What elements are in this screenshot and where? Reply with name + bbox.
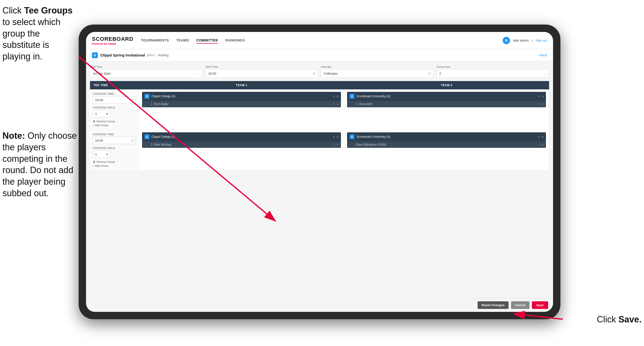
hole-arrows-icon-1: ⇅ xyxy=(106,112,108,115)
nav-user: B blair admin | Sign out xyxy=(503,37,547,44)
team1-arrows-1[interactable]: ⇅ xyxy=(336,95,338,98)
starting-hole-label-2: STARTING HOLE: xyxy=(93,147,136,150)
save-button[interactable]: Save xyxy=(532,301,548,309)
sub-header-title: Clippd Spring Invitational xyxy=(100,53,145,57)
team2-cell-1: B Scoreboard University (A) ✕ ⇅ 1. Rees … xyxy=(344,89,549,130)
nav-committee[interactable]: COMMITTEE xyxy=(196,37,218,44)
team2-cell-2: B Scoreboard University (A) ✕ ⇅ Dave Bil… xyxy=(344,130,549,170)
sub-header: B Clippd Spring Invitational (Men) Hosti… xyxy=(86,49,553,61)
trash-icon-2: 🗑 xyxy=(93,160,96,163)
intervals-input[interactable]: 5 Minutes 🕐 xyxy=(321,69,434,78)
group-row-2: STARTING TIME: 10:05 🕐 STARTING HOLE: 1 … xyxy=(90,130,549,170)
group-actions-1: 🗑 Remove Group + Add Group xyxy=(93,120,136,127)
team1-icon-1: B xyxy=(144,94,150,99)
team2-header-2: B Scoreboard University (A) ✕ ⇅ xyxy=(347,132,546,141)
player-name-2-1: 1. Rees Britt xyxy=(356,102,372,106)
nav-tournaments[interactable]: TOURNAMENTS xyxy=(141,37,169,44)
player-x-1-2[interactable]: ✕ xyxy=(333,143,335,146)
main-content: Start Type 1st Tee Start ⌄ Start Time 10… xyxy=(86,61,553,298)
team2-entry-1[interactable]: B Scoreboard University (A) ✕ ⇅ 1. Rees … xyxy=(347,92,546,107)
team2-entry-2[interactable]: B Scoreboard University (A) ✕ ⇅ Dave Bil… xyxy=(347,132,546,148)
starting-hole-label-1: STARTING HOLE: xyxy=(93,106,136,109)
col-tee-time: Tee Time xyxy=(90,81,139,89)
player-name-1-2: 2. Blair McHarg xyxy=(151,143,171,146)
reset-changes-button[interactable]: Reset Changes xyxy=(478,301,508,309)
team2-name-1: Scoreboard University (A) xyxy=(356,94,536,98)
team2-icon-2: B xyxy=(350,134,354,139)
tablet: SCOREBOARD Powered by clippd TOURNAMENTS… xyxy=(79,24,560,319)
team2-arrows-1[interactable]: ⇅ xyxy=(542,95,544,98)
bottom-bar: Reset Changes Cancel Save xyxy=(86,298,553,312)
player-x-2-1[interactable]: ✕ xyxy=(538,103,540,106)
cancel-button[interactable]: Cancel xyxy=(511,301,530,309)
add-group-btn-2[interactable]: + Add Group xyxy=(93,164,136,167)
team1-x-1[interactable]: ✕ xyxy=(333,95,335,98)
start-type-label: Start Type xyxy=(90,65,202,68)
sub-header-hosting: Hosting xyxy=(158,53,168,57)
team1-entry-2[interactable]: B Clippd College (A) ✕ ⇅ 2. Blair McHarg xyxy=(142,132,341,148)
group-left-1: STARTING TIME: 10:00 🕐 STARTING HOLE: 1 … xyxy=(90,89,139,130)
start-time-field: Start Time 10:00 🕐 xyxy=(206,65,318,78)
intervals-chevron: 🕐 xyxy=(428,72,431,75)
table-header: Tee Time Team 1 Team 2 xyxy=(90,81,549,89)
group-left-2: STARTING TIME: 10:05 🕐 STARTING HOLE: 1 … xyxy=(90,130,139,170)
starting-hole-input-2[interactable]: 1 ⇅ xyxy=(93,151,110,158)
start-type-chevron: ⌄ xyxy=(198,72,200,75)
group-row: STARTING TIME: 10:00 🕐 STARTING HOLE: 1 … xyxy=(90,89,549,130)
nav-separator: | xyxy=(532,38,532,42)
player-name-1-1: 1. Rich Butler xyxy=(151,102,168,106)
team1-controls-1: ✕ ⇅ xyxy=(333,95,338,98)
player-x-1-1[interactable]: ✕ xyxy=(333,103,335,106)
starting-time-input-2[interactable]: 10:05 🕐 xyxy=(93,137,136,144)
player-arrows-1-1[interactable]: ⇅ xyxy=(336,103,338,106)
team1-controls-2: ✕ ⇅ xyxy=(333,135,338,138)
team1-name-1: Clippd College (A) xyxy=(152,94,331,98)
nav-links: TOURNAMENTS TEAMS COMMITTEE RANKINGS xyxy=(141,37,503,44)
player-row-2-1: 1. Rees Britt ✕ ⇅ xyxy=(347,101,546,107)
remove-group-btn-2[interactable]: 🗑 Remove Group xyxy=(93,160,136,163)
sub-header-tag: (Men) xyxy=(147,53,155,57)
time-clock-icon-2: 🕐 xyxy=(131,139,134,142)
logo-scoreboard: SCOREBOARD xyxy=(92,36,134,42)
team1-x-2[interactable]: ✕ xyxy=(333,135,335,138)
nav-teams[interactable]: TEAMS xyxy=(176,37,189,44)
team1-entry-1[interactable]: B Clippd College (A) ✕ ⇅ 1. Rich Butler xyxy=(142,92,341,107)
team2-arrows-2[interactable]: ⇅ xyxy=(542,136,544,138)
group-size-input[interactable]: 2 ⌄ xyxy=(436,69,549,78)
start-type-input[interactable]: 1st Tee Start ⌄ xyxy=(90,69,202,78)
starting-time-input-1[interactable]: 10:00 🕐 xyxy=(93,96,136,104)
nav-rankings[interactable]: RANKINGS xyxy=(226,37,245,44)
col-team2: Team 2 xyxy=(344,81,549,89)
remove-group-btn-1[interactable]: 🗑 Remove Group xyxy=(93,120,136,123)
team2-x-1[interactable]: ✕ xyxy=(538,95,540,98)
note-text: Note: Only choose the players competing … xyxy=(2,130,79,199)
navbar: SCOREBOARD Powered by clippd TOURNAMENTS… xyxy=(86,32,553,49)
settings-row: Start Type 1st Tee Start ⌄ Start Time 10… xyxy=(90,65,549,78)
click-save-text: Click Save. xyxy=(597,314,642,325)
player-arrows-2-1[interactable]: ⇅ xyxy=(542,103,544,106)
team1-arrows-2[interactable]: ⇅ xyxy=(336,136,338,138)
group-size-field: Group Size 2 ⌄ xyxy=(436,65,549,78)
team1-cell-1: B Clippd College (A) ✕ ⇅ 1. Rich Butler xyxy=(139,89,344,130)
groups-container: STARTING TIME: 10:00 🕐 STARTING HOLE: 1 … xyxy=(90,89,549,170)
start-time-input[interactable]: 10:00 🕐 xyxy=(206,69,318,78)
tablet-screen: SCOREBOARD Powered by clippd TOURNAMENTS… xyxy=(86,32,553,312)
player-row-2-2: Dave Billingham (SUB) ✕ ⇅ xyxy=(347,141,546,148)
player-arrows-1-2[interactable]: ⇅ xyxy=(336,143,338,146)
starting-time-label-1: STARTING TIME: xyxy=(93,92,136,95)
sub-header-back[interactable]: ‹ Back xyxy=(538,53,547,57)
intervals-label: Intervals xyxy=(321,65,434,68)
team1-icon-2: B xyxy=(144,134,150,139)
add-group-btn-1[interactable]: + Add Group xyxy=(93,124,136,127)
player-x-2-2[interactable]: ✕ xyxy=(538,143,540,146)
starting-hole-input-1[interactable]: 1 ⇅ xyxy=(93,110,110,117)
start-time-label: Start Time xyxy=(206,65,318,68)
team2-icon-1: B xyxy=(350,94,354,99)
player-arrows-2-2[interactable]: ⇅ xyxy=(542,143,544,146)
team2-x-2[interactable]: ✕ xyxy=(538,135,540,138)
team2-controls-1: ✕ ⇅ xyxy=(538,95,544,98)
instruction-text: Click Tee Groups to select which group t… xyxy=(2,5,79,62)
nav-signout[interactable]: Sign out xyxy=(535,38,547,42)
team1-header-1: B Clippd College (A) ✕ ⇅ xyxy=(142,92,341,101)
team1-cell-2: B Clippd College (A) ✕ ⇅ 2. Blair McHarg xyxy=(139,130,344,170)
